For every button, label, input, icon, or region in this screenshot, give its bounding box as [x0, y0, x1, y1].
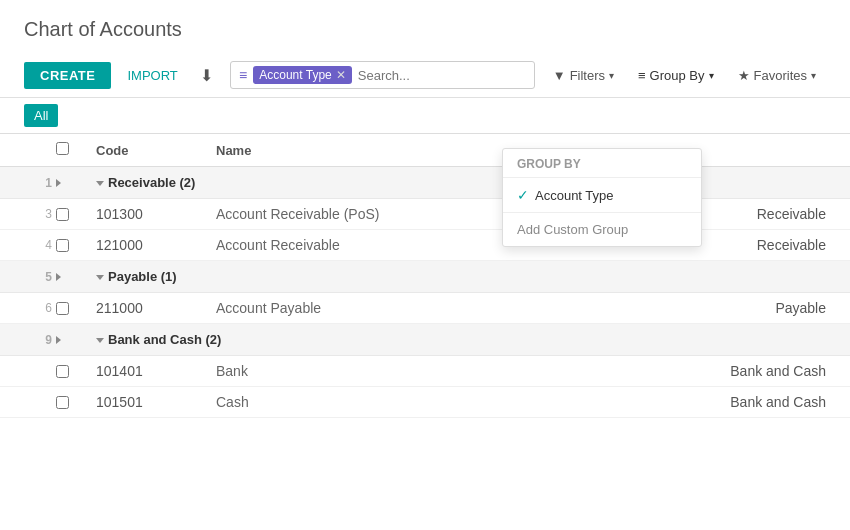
- expand-icon: [96, 275, 104, 280]
- favorites-button[interactable]: ★ Favorites ▾: [728, 63, 826, 88]
- col-header-code: Code: [96, 143, 216, 158]
- group-row-payable: 5 Payable (1): [0, 261, 850, 293]
- table-body: 1 Receivable (2) 3 101300 Account Receiv…: [0, 167, 850, 418]
- select-all-checkbox[interactable]: [56, 142, 69, 155]
- row-type: Bank and Cash: [666, 363, 826, 379]
- dropdown-item-add-custom[interactable]: Add Custom Group: [503, 213, 701, 246]
- row-num: 9: [24, 333, 56, 347]
- groupby-dropdown: Group By ✓ Account Type Add Custom Group: [502, 148, 702, 247]
- search-bar: ≡ Account Type ✕: [230, 61, 535, 89]
- row-type: Payable: [666, 300, 826, 316]
- all-tab[interactable]: All: [24, 104, 58, 127]
- col-header-check: [56, 142, 96, 158]
- filter-icon: ▼: [553, 68, 566, 83]
- row-type: Bank and Cash: [666, 394, 826, 410]
- groupby-button[interactable]: ≡ Group By ▾: [628, 63, 724, 88]
- row-check[interactable]: [56, 239, 96, 252]
- row-check[interactable]: [56, 208, 96, 221]
- filter-bar: ▼ Filters ▾ ≡ Group By ▾ ★ Favorites ▾: [543, 63, 826, 88]
- row-checkbox[interactable]: [56, 396, 69, 409]
- favorites-star-icon: ★: [738, 68, 750, 83]
- search-tag-label: Account Type: [259, 68, 332, 82]
- row-checkbox[interactable]: [56, 208, 69, 221]
- create-button[interactable]: CREATE: [24, 62, 111, 89]
- table-row: 101501 Cash Bank and Cash: [0, 387, 850, 418]
- row-num: 4: [24, 238, 56, 252]
- row-name: Bank: [216, 363, 666, 379]
- table-row: 4 121000 Account Receivable Receivable: [0, 230, 850, 261]
- row-code: 211000: [96, 300, 216, 316]
- table-row: 3 101300 Account Receivable (PoS) Receiv…: [0, 199, 850, 230]
- expand-icon: [96, 338, 104, 343]
- group-label: Receivable (2): [96, 175, 826, 190]
- row-check[interactable]: [56, 365, 96, 378]
- groupby-icon: ≡: [638, 68, 646, 83]
- row-code: 101300: [96, 206, 216, 222]
- expand-icon: [96, 181, 104, 186]
- filters-button[interactable]: ▼ Filters ▾: [543, 63, 624, 88]
- dropdown-item-account-type[interactable]: ✓ Account Type: [503, 178, 701, 212]
- row-num: 5: [24, 270, 56, 284]
- toolbar: CREATE IMPORT ⬇ ≡ Account Type ✕ ▼ Filte…: [0, 61, 850, 97]
- search-tag: Account Type ✕: [253, 66, 352, 84]
- header-row: All: [0, 98, 850, 134]
- group-label: Payable (1): [96, 269, 826, 284]
- row-code: 101401: [96, 363, 216, 379]
- toolbar-right: ≡ Account Type ✕ ▼ Filters ▾ ≡ Group By …: [230, 61, 826, 89]
- toolbar-left: CREATE IMPORT ⬇: [24, 62, 219, 89]
- table-row: 6 211000 Account Payable Payable: [0, 293, 850, 324]
- group-row-receivable: 1 Receivable (2): [0, 167, 850, 199]
- row-checkbox[interactable]: [56, 302, 69, 315]
- checkmark-icon: ✓: [517, 187, 529, 203]
- row-num: 1: [24, 176, 56, 190]
- dropdown-header: Group By: [503, 149, 701, 178]
- group-arrow-icon[interactable]: [56, 271, 96, 282]
- download-icon: ⬇: [200, 67, 213, 84]
- row-name: Cash: [216, 394, 666, 410]
- page-title: Chart of Accounts: [24, 18, 826, 41]
- filters-caret-icon: ▾: [609, 70, 614, 81]
- import-button[interactable]: IMPORT: [119, 62, 185, 89]
- groupby-caret-icon: ▾: [709, 70, 714, 81]
- row-num: 6: [24, 301, 56, 315]
- favorites-caret-icon: ▾: [811, 70, 816, 81]
- search-tag-close[interactable]: ✕: [336, 68, 346, 82]
- row-checkbox[interactable]: [56, 239, 69, 252]
- search-input[interactable]: [358, 68, 526, 83]
- group-row-bank: 9 Bank and Cash (2): [0, 324, 850, 356]
- table-header: Code Name: [0, 134, 850, 167]
- table-row: 101401 Bank Bank and Cash: [0, 356, 850, 387]
- row-code: 101501: [96, 394, 216, 410]
- group-arrow-icon[interactable]: [56, 334, 96, 345]
- row-check[interactable]: [56, 396, 96, 409]
- page-header: Chart of Accounts: [0, 0, 850, 61]
- row-num: 3: [24, 207, 56, 221]
- row-checkbox[interactable]: [56, 365, 69, 378]
- group-arrow-icon[interactable]: [56, 177, 96, 188]
- search-bar-icon: ≡: [239, 67, 247, 83]
- row-name: Account Payable: [216, 300, 666, 316]
- download-button[interactable]: ⬇: [194, 62, 219, 89]
- row-code: 121000: [96, 237, 216, 253]
- group-label: Bank and Cash (2): [96, 332, 826, 347]
- row-check[interactable]: [56, 302, 96, 315]
